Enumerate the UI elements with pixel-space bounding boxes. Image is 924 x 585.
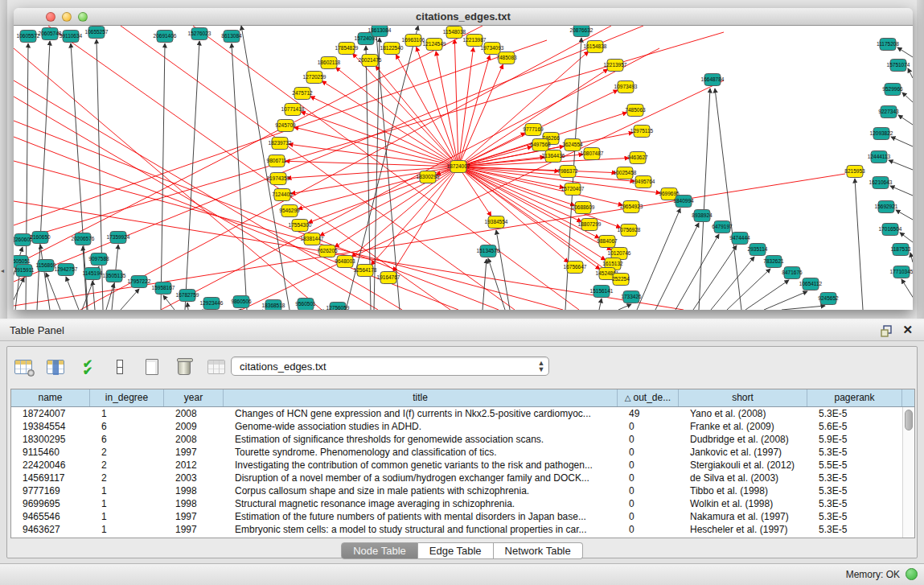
column-header-year[interactable]: year (164, 389, 224, 406)
float-panel-icon[interactable] (881, 324, 893, 337)
table-cell[interactable]: 0 (618, 446, 679, 459)
table-cell[interactable]: 9115460 (11, 446, 90, 459)
network-node[interactable]: 9860506 (231, 296, 252, 308)
table-settings-button[interactable] (12, 355, 35, 379)
table-row[interactable]: 1938455462009Genome-wide association stu… (11, 420, 902, 433)
network-node[interactable]: 15276023 (188, 28, 211, 40)
network-node[interactable]: 12213957 (604, 60, 627, 72)
table-cell[interactable]: 2 (90, 459, 164, 472)
network-node[interactable]: 15134576 (477, 245, 500, 257)
network-node[interactable]: 9474444 (729, 233, 750, 245)
table-cell[interactable]: 18300295 (11, 433, 90, 446)
table-cell[interactable]: Estimation of significance thresholds fo… (224, 433, 618, 446)
network-node[interactable]: 7832621 (763, 256, 784, 268)
network-node[interactable]: 3915911 (14, 265, 35, 277)
network-node[interactable]: 1145194 (83, 268, 103, 280)
table-cell[interactable]: 1997 (164, 446, 224, 459)
network-node[interactable]: 15751074 (887, 60, 910, 72)
table-cell[interactable]: 2012 (164, 459, 224, 472)
network-node[interactable]: 7626205 (317, 245, 338, 257)
column-header-name[interactable]: name (11, 389, 90, 406)
table-cell[interactable]: Stergiakouli et al. (2012) (679, 459, 807, 472)
table-cell[interactable]: 9699695 (11, 497, 90, 510)
table-cell[interactable]: Tibbo et al. (1998) (679, 484, 807, 497)
table-row[interactable]: 2242004622012Investigating the contribut… (11, 459, 902, 472)
network-node[interactable]: 9245652 (818, 293, 839, 305)
network-node[interactable]: 18613084 (368, 26, 392, 37)
table-cell[interactable]: 0 (618, 510, 679, 523)
table-cell[interactable]: 0 (618, 497, 679, 510)
table-cell[interactable]: Jankovic et al. (1997) (679, 446, 807, 459)
network-node[interactable]: 9463627 (627, 152, 648, 164)
table-cell[interactable]: de Silva et al. (2003) (679, 472, 807, 484)
network-window-titlebar[interactable]: citations_edges.txt (14, 8, 913, 26)
table-cell[interactable]: 19384554 (11, 420, 90, 433)
table-cell[interactable]: 2008 (164, 433, 224, 446)
zoom-window-button[interactable] (78, 12, 88, 22)
table-cell[interactable]: 0 (618, 459, 679, 472)
table-cell[interactable]: 1997 (164, 523, 224, 536)
column-header-pagerank[interactable]: pagerank (807, 389, 902, 406)
network-node[interactable]: 10605572 (17, 31, 40, 43)
table-cell[interactable]: 1 (90, 484, 164, 497)
network-node[interactable]: 9884067 (597, 236, 618, 248)
table-row[interactable]: 1830029562008Estimation of significance … (11, 433, 902, 446)
tab-edge-table[interactable]: Edge Table (418, 542, 494, 559)
network-node[interactable]: 11974353 (267, 173, 290, 185)
table-row[interactable]: 911546021997Tourette syndrome. Phenomeno… (11, 446, 902, 459)
table-cell[interactable]: 5.3E-5 (807, 510, 902, 523)
network-node[interactable]: 19384554 (485, 216, 508, 229)
network-node[interactable]: 16210643 (869, 177, 893, 189)
network-node[interactable]: 20876632 (570, 26, 593, 37)
network-node[interactable]: 15692921 (875, 201, 898, 213)
network-node[interactable]: 16963106 (402, 35, 425, 47)
minimize-window-button[interactable] (62, 12, 72, 22)
table-cell[interactable]: 5.3E-5 (807, 484, 902, 497)
table-cell[interactable]: 1998 (164, 484, 224, 497)
close-window-button[interactable] (46, 12, 55, 22)
network-node[interactable]: 1156869 (36, 260, 56, 272)
network-node[interactable]: 18239732 (269, 138, 292, 150)
table-cell[interactable]: Genome-wide association studies in ADHD. (224, 420, 618, 433)
table-row[interactable]: 977716911998Corpus callosum shape and si… (11, 484, 902, 497)
network-node[interactable]: 17957222 (128, 276, 151, 288)
network-node[interactable]: 20691406 (154, 31, 177, 43)
network-node[interactable]: 12942757 (55, 264, 78, 276)
network-node[interactable]: 21364436 (542, 150, 565, 163)
network-node[interactable]: 15156141 (590, 286, 614, 298)
table-row[interactable]: 946362711997Embryonic stem cells: a mode… (11, 523, 902, 536)
tab-network-table[interactable]: Network Table (494, 542, 583, 559)
network-node[interactable]: 9245709 (275, 120, 296, 132)
table-cell[interactable]: 1 (90, 497, 164, 510)
network-node[interactable]: 6497568 (530, 139, 551, 151)
network-node[interactable]: 18807299 (578, 219, 602, 231)
network-node[interactable]: 9227343 (878, 106, 899, 118)
new-table-button[interactable] (141, 355, 163, 379)
table-cell[interactable]: 0 (618, 420, 679, 433)
table-row[interactable]: 1456911722003Disruption of a novel membe… (11, 472, 902, 484)
table-cell[interactable]: 18724007 (11, 407, 90, 420)
table-cell[interactable]: 14569117 (11, 472, 90, 484)
network-canvas[interactable]: 1872400718300295193845541785482918602118… (14, 26, 913, 310)
network-node[interactable]: 15720407 (561, 183, 585, 196)
network-node[interactable]: 2160650 (30, 232, 51, 244)
network-node[interactable]: 8471676 (782, 267, 803, 279)
network-node[interactable]: 19654923 (620, 201, 643, 213)
table-cell[interactable]: 1998 (164, 497, 224, 510)
column-header-short[interactable]: short (679, 389, 807, 406)
network-node[interactable]: 12756059 (326, 303, 350, 311)
table-cell[interactable]: Hescheler et al. (1997) (679, 523, 807, 536)
network-node[interactable]: 6479197 (712, 221, 733, 233)
select-rows-button[interactable]: ✔✔ (76, 355, 99, 379)
network-node[interactable]: 16154838 (584, 41, 607, 53)
table-cell[interactable]: 0 (618, 472, 679, 484)
network-node[interactable]: 9097588 (88, 253, 109, 266)
table-cell[interactable]: Estimation of the future numbers of pati… (224, 510, 618, 523)
table-cell[interactable]: 5.5E-5 (807, 459, 902, 472)
network-node[interactable]: 12444113 (868, 151, 891, 163)
table-cell[interactable]: 1 (90, 407, 164, 420)
table-cell[interactable]: 0 (618, 433, 679, 446)
table-row[interactable]: 1872400712008Changes of HCN gene express… (11, 407, 902, 420)
network-node[interactable]: 17016504 (879, 224, 902, 236)
network-node[interactable]: 12093822 (870, 128, 893, 140)
